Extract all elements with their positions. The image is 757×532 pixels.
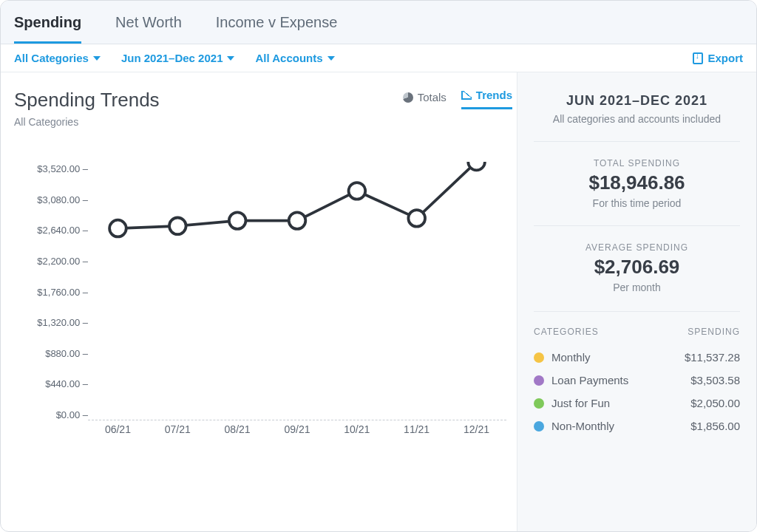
x-tick: 10/21: [344, 423, 370, 443]
tab-income-expense[interactable]: Income v Expense: [216, 14, 338, 44]
y-tick: $1,760.00 –: [37, 287, 88, 298]
x-tick: 12/21: [464, 423, 489, 443]
main-panel: Spending Trends All Categories Totals Tr…: [1, 72, 517, 531]
category-name: Just for Fun: [551, 397, 610, 409]
category-header: CATEGORIES: [534, 327, 599, 337]
page-subtitle: All Categories: [14, 116, 160, 128]
summary-range: JUN 2021–DEC 2021: [534, 93, 740, 109]
category-name: Monthly: [551, 351, 591, 364]
bars: [88, 162, 506, 420]
filter-category[interactable]: All Categories: [14, 52, 101, 64]
view-totals-label: Totals: [418, 91, 447, 103]
filter-bar: All Categories Jun 2021–Dec 2021 All Acc…: [1, 44, 756, 72]
y-tick: $1,320.00 –: [37, 317, 88, 328]
category-value: $11,537.28: [685, 351, 740, 364]
view-trends-label: Trends: [476, 89, 512, 101]
category-name: Loan Payments: [551, 374, 628, 386]
total-spending-sub: For this time period: [534, 197, 740, 209]
category-value: $2,050.00: [690, 397, 740, 409]
category-name: Non-Monthly: [551, 420, 614, 432]
category-row[interactable]: Non-Monthly$1,856.00: [534, 415, 740, 437]
category-value: $1,856.00: [690, 420, 740, 432]
x-tick: 11/21: [404, 423, 430, 443]
category-swatch: [534, 398, 544, 409]
category-row[interactable]: Monthly$11,537.28: [534, 346, 740, 369]
x-tick: 09/21: [284, 423, 310, 443]
avg-spending-sub: Per month: [534, 282, 740, 293]
category-row[interactable]: Just for Fun$2,050.00: [534, 392, 740, 415]
y-axis-labels: $3,520.00 –$3,080.00 –$2,640.00 –$2,200.…: [14, 162, 88, 443]
view-totals[interactable]: Totals: [403, 91, 447, 109]
category-list: CATEGORIES SPENDING Monthly$11,537.28Loa…: [534, 311, 740, 437]
y-tick: $440.00 –: [45, 378, 88, 389]
view-trends[interactable]: Trends: [461, 89, 512, 109]
avg-spending-value: $2,706.69: [534, 256, 740, 279]
spending-header: SPENDING: [688, 327, 740, 337]
category-value: $3,503.58: [690, 374, 740, 386]
plot-area: 06/2107/2108/2109/2110/2111/2112/21: [88, 162, 512, 443]
chevron-down-icon: [93, 56, 101, 61]
chevron-down-icon: [327, 56, 335, 61]
top-nav: Spending Net Worth Income v Expense: [1, 1, 756, 44]
category-swatch: [534, 352, 544, 363]
x-tick: 07/21: [165, 423, 191, 443]
chart: $3,520.00 –$3,080.00 –$2,640.00 –$2,200.…: [14, 162, 512, 443]
x-tick: 08/21: [225, 423, 251, 443]
x-axis-labels: 06/2107/2108/2109/2110/2111/2112/21: [88, 423, 506, 443]
x-tick: 06/21: [105, 423, 131, 443]
filter-period[interactable]: Jun 2021–Dec 2021: [121, 52, 235, 64]
pie-chart-icon: [403, 92, 413, 103]
total-spending-value: $18,946.86: [534, 171, 740, 194]
page-title: Spending Trends: [14, 89, 160, 112]
y-tick: $2,200.00 –: [37, 256, 88, 267]
category-row[interactable]: Loan Payments$3,503.58: [534, 369, 740, 392]
avg-spending-label: AVERAGE SPENDING: [534, 242, 740, 253]
summary-range-sub: All categories and accounts included: [534, 113, 740, 125]
chevron-down-icon: [227, 56, 234, 61]
y-tick: $880.00 –: [45, 348, 88, 359]
y-tick: $3,520.00 –: [37, 163, 88, 174]
category-swatch: [534, 421, 544, 432]
tab-net-worth[interactable]: Net Worth: [115, 14, 182, 44]
filter-category-label: All Categories: [14, 52, 89, 64]
y-tick: $2,640.00 –: [37, 225, 88, 236]
filter-period-label: Jun 2021–Dec 2021: [121, 52, 223, 64]
export-label: Export: [707, 52, 743, 64]
total-spending-label: TOTAL SPENDING: [534, 158, 740, 168]
y-tick: $0.00 –: [56, 409, 88, 420]
filter-accounts-label: All Accounts: [255, 52, 322, 64]
y-tick: $3,080.00 –: [37, 194, 88, 205]
export-icon: [693, 52, 703, 64]
category-swatch: [534, 375, 544, 386]
export-button[interactable]: Export: [693, 52, 743, 64]
summary-panel: JUN 2021–DEC 2021 All categories and acc…: [517, 72, 756, 531]
tab-spending[interactable]: Spending: [14, 14, 81, 44]
filter-accounts[interactable]: All Accounts: [255, 52, 334, 64]
line-chart-icon: [461, 91, 472, 100]
